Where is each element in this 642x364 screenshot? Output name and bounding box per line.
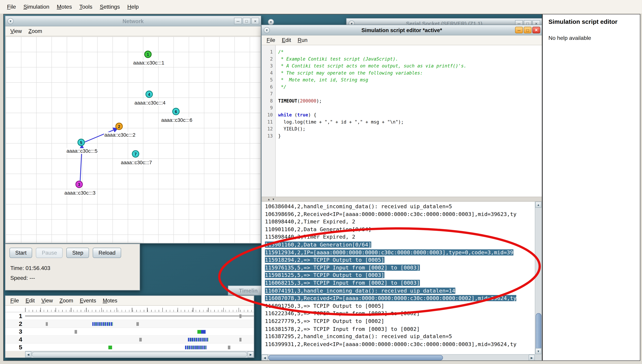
log-line[interactable]: 115918294,2,=> TCPIP Output to [0005] (265, 256, 535, 264)
timeline-menu-motes[interactable]: Motes (100, 296, 121, 305)
maximize-icon[interactable]: □ (243, 18, 251, 24)
mote-7[interactable]: 7 (132, 150, 139, 158)
mote-4[interactable]: 4 (145, 90, 153, 98)
app-menu-motes[interactable]: Motes (53, 2, 76, 12)
log-line[interactable]: 116227779,5,=> TCPIP Output to [0002] (265, 318, 535, 325)
background-window-menu-icon[interactable]: ▾ (268, 19, 274, 25)
code-line: while (true) { (278, 112, 542, 118)
window-menu-icon[interactable]: ▾ (264, 27, 270, 33)
app-menu-file[interactable]: File (3, 2, 20, 12)
scroll-down-icon[interactable]: ▼ (535, 348, 541, 354)
collapse-up-icon[interactable]: ▲ (268, 198, 270, 201)
timeline-row-track[interactable] (25, 312, 254, 320)
code-line-number: 9 (262, 104, 273, 112)
log-line[interactable]: 115901160,2,Data Generation[0/64] (265, 241, 535, 249)
log-line[interactable]: 110901160,2,Data Generation[0/64] (265, 226, 535, 234)
log-line[interactable]: 106386044,2,handle_incoming_data(): rece… (265, 203, 535, 210)
log-line[interactable]: 116091750,3,=> TCPIP Output to [0005] (265, 302, 535, 310)
log-line[interactable]: 115912934,2,IP=[aaaa:0000:0000:0000:c30c… (265, 249, 535, 256)
simulation-speed-label: Speed: --- (10, 275, 136, 281)
log-line[interactable]: 110898440,2,Timer Expired, 2 (265, 218, 535, 226)
app-menu-settings[interactable]: Settings (96, 2, 124, 12)
log-horizontal-scrollbar[interactable]: ◀ ▶ (262, 354, 535, 360)
close-icon[interactable]: × (532, 27, 540, 33)
log-line[interactable]: 115976135,5,=> TCPIP Input from [0002] t… (265, 264, 535, 272)
scroll-right-icon[interactable]: ▶ (248, 352, 254, 358)
timeline-menu-edit[interactable]: Edit (22, 296, 38, 305)
timeline-row-track[interactable] (25, 320, 254, 328)
log-line[interactable]: 116087078,3,Received<IP=[aaaa:0000:0000:… (265, 295, 535, 302)
log-hscrollbar-thumb[interactable] (268, 355, 443, 360)
log-vertical-scrollbar[interactable]: ▲ ▼ (535, 202, 542, 354)
collapse-down-icon[interactable]: ▼ (272, 198, 275, 201)
scroll-left-icon[interactable]: ◀ (25, 352, 31, 358)
log-line[interactable]: 116387295,2,handle_incoming_data(): rece… (265, 333, 535, 340)
pause-button[interactable]: Pause (36, 248, 63, 258)
code-line-numbers: 12345678910111213 (262, 45, 276, 197)
timeline-menu-events[interactable]: Events (77, 296, 100, 305)
script-editor-menu-run[interactable]: Run (294, 36, 311, 44)
timeline-event-mark (46, 322, 48, 326)
script-editor-menu-file[interactable]: File (263, 36, 279, 44)
mote-1[interactable]: 1 (144, 50, 152, 58)
timeline-row-2: 2 (5, 320, 254, 328)
log-line[interactable]: 115898440,2,Timer Expired, 2 (265, 234, 535, 241)
app-menu-help[interactable]: Help (124, 2, 142, 12)
desktop-pane: ▾ Serial Socket (SERVER) (Z1 1) ─ □ × ▾ … (4, 14, 542, 360)
close-icon[interactable]: × (251, 18, 259, 24)
timeline-ruler[interactable] (5, 306, 254, 312)
timeline-horizontal-scrollbar[interactable]: ◀ ▶ (25, 351, 254, 358)
log-line[interactable]: 106398696,2,Received<IP=[aaaa:0000:0000:… (265, 210, 535, 218)
timeline-row-track[interactable] (25, 328, 254, 335)
timeline-menu-zoom[interactable]: Zoom (56, 296, 76, 305)
timeline-event-mark (201, 330, 205, 334)
step-button[interactable]: Step (67, 248, 89, 258)
network-canvas[interactable]: 1aaaa::c30c:::14aaaa::c30c:::46aaaa::c30… (6, 36, 260, 243)
maximize-icon[interactable]: □ (524, 27, 531, 33)
network-titlebar[interactable]: ▾ Network ─ □ × (5, 16, 261, 26)
code-text[interactable]: /* * Example Contiki test script (JavaSc… (276, 45, 542, 197)
timeline-menu-file[interactable]: File (7, 296, 22, 305)
network-menu-view[interactable]: View (7, 27, 25, 35)
code-editor[interactable]: 12345678910111213 /* * Example Contiki t… (262, 45, 542, 197)
log-line[interactable]: 116399931,2,Received<IP=[aaaa:0000:0000:… (265, 340, 535, 348)
log-vscrollbar-thumb[interactable] (536, 313, 541, 351)
timeline-menu-view[interactable]: View (38, 296, 56, 305)
script-editor-titlebar[interactable]: ▾ Simulation script editor *active* ─ □ … (262, 25, 542, 35)
minimize-icon[interactable]: ─ (234, 18, 242, 24)
start-button[interactable]: Start (10, 248, 32, 258)
mote-2[interactable]: 2 (115, 123, 123, 130)
mote-3[interactable]: 3 (75, 180, 83, 188)
minimize-icon[interactable]: ─ (515, 27, 523, 33)
mote-label-4: aaaa::c30c:::4 (134, 100, 166, 106)
app-menu-simulation[interactable]: Simulation (20, 2, 53, 12)
scroll-right-icon[interactable]: ▶ (529, 355, 535, 360)
mote-6[interactable]: 6 (172, 108, 180, 115)
timeline-row-number: 5 (5, 344, 25, 351)
log-line[interactable]: 116222346,5,=> TCPIP Input from [0003] t… (265, 310, 535, 318)
timeline-rows: 12345 (5, 312, 254, 351)
script-editor-menubar: FileEditRun (262, 35, 542, 45)
reload-button[interactable]: Reload (93, 248, 121, 258)
network-title: Network (15, 18, 251, 24)
code-line-number: 12 (262, 126, 273, 132)
mote-label-7: aaaa::c30c:::7 (120, 160, 152, 165)
timeline-row-3: 3 (5, 328, 254, 336)
code-line-number: 6 (262, 84, 273, 90)
mote-5[interactable]: 5 (77, 139, 85, 146)
log-line[interactable]: 116068215,3,=> TCPIP Input from [0002] t… (265, 279, 535, 287)
log-line[interactable]: 115981525,5,=> TCPIP Output to [0003] (265, 272, 535, 279)
network-menu-zoom[interactable]: Zoom (25, 27, 45, 35)
split-divider[interactable]: ▲ ▼ (262, 197, 542, 202)
timeline-scrollbar-thumb[interactable] (32, 352, 247, 357)
scroll-left-icon[interactable]: ◀ (262, 355, 268, 360)
timeline-row-track[interactable] (25, 344, 254, 351)
scroll-up-icon[interactable]: ▲ (535, 202, 541, 208)
timeline-row-track[interactable] (25, 336, 254, 343)
log-line[interactable]: 116381578,2,=> TCPIP Input from [0003] t… (265, 325, 535, 333)
script-log-output[interactable]: 106386044,2,handle_incoming_data(): rece… (262, 202, 542, 360)
log-line[interactable]: 116074191,3,handle_incoming_data(): rece… (265, 287, 535, 295)
window-menu-icon[interactable]: ▾ (8, 18, 14, 24)
script-editor-menu-edit[interactable]: Edit (279, 36, 294, 44)
app-menu-tools[interactable]: Tools (76, 2, 96, 12)
